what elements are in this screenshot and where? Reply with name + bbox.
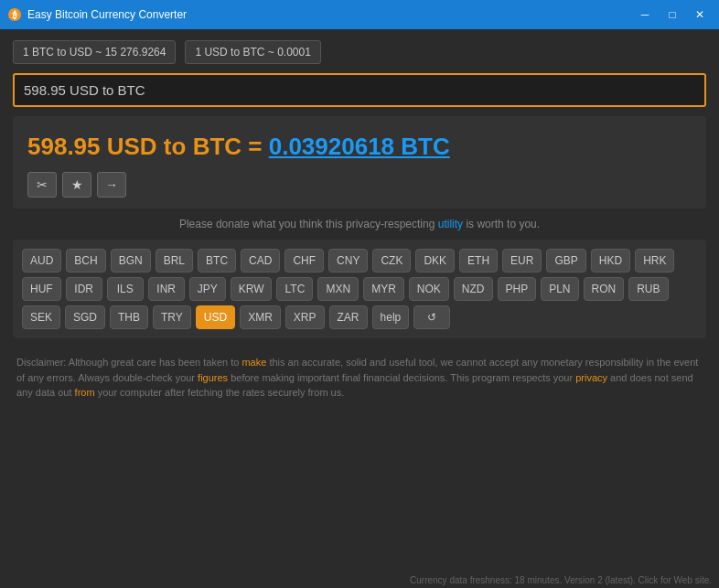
currency-btn-mxn[interactable]: MXN	[317, 277, 359, 301]
currency-btn-chf[interactable]: CHF	[284, 249, 324, 273]
donate-link[interactable]: utility	[438, 218, 463, 230]
titlebar: ₿ Easy Bitcoin Currency Converter ─ □ ✕	[0, 0, 719, 29]
currency-btn-nok[interactable]: NOK	[409, 277, 449, 301]
currency-btn-myr[interactable]: MYR	[363, 277, 404, 301]
rate-pill-btc-usd[interactable]: 1 BTC to USD ~ 15 276.9264	[13, 40, 176, 64]
result-panel: 598.95 USD to BTC = 0.03920618 BTC ✂ ★ →	[13, 116, 706, 208]
currency-btn-php[interactable]: PHP	[498, 277, 537, 301]
currency-btn-gbp[interactable]: GBP	[546, 249, 585, 273]
result-input-part: 598.95 USD to BTC	[27, 133, 241, 160]
currency-btn-xmr[interactable]: XMR	[240, 305, 281, 329]
currency-btn-nzd[interactable]: NZD	[454, 277, 493, 301]
currency-btn-bgn[interactable]: BGN	[111, 249, 151, 273]
currency-btn-krw[interactable]: KRW	[231, 277, 273, 301]
currency-btn-inr[interactable]: INR	[148, 277, 185, 301]
currency-btn-usd[interactable]: USD	[196, 305, 235, 329]
currency-panel: AUDBCHBGNBRLBTCCADCHFCNYCZKDKKETHEURGBPH…	[13, 240, 706, 338]
disclaimer-link-figures[interactable]: figures	[198, 372, 228, 383]
currency-btn-xrp[interactable]: XRP	[285, 305, 325, 329]
maximize-button[interactable]: □	[660, 5, 684, 24]
currency-btn-btc[interactable]: BTC	[198, 249, 236, 273]
currency-btn-ltc[interactable]: LTC	[276, 277, 313, 301]
currency-btn-ron[interactable]: RON	[584, 277, 625, 301]
disclaimer: Disclaimer: Although great care has been…	[13, 347, 706, 404]
currency-btn-hrk[interactable]: HRK	[635, 249, 674, 273]
currency-btn-rub[interactable]: RUB	[628, 277, 668, 301]
currency-btn-czk[interactable]: CZK	[372, 249, 411, 273]
cut-button[interactable]: ✂	[27, 172, 57, 198]
currency-btn-help[interactable]: help	[372, 305, 410, 329]
rate-row: 1 BTC to USD ~ 15 276.9264 1 USD to BTC …	[13, 40, 706, 64]
currency-btn-eur[interactable]: EUR	[502, 249, 542, 273]
close-button[interactable]: ✕	[688, 5, 712, 24]
currency-btn-brl[interactable]: BRL	[156, 249, 193, 273]
currency-btn-zar[interactable]: ZAR	[329, 305, 368, 329]
currency-btn-↺[interactable]: ↺	[413, 305, 450, 329]
currency-btn-huf[interactable]: HUF	[22, 277, 61, 301]
currency-btn-bch[interactable]: BCH	[66, 249, 105, 273]
rate-pill-usd-btc[interactable]: 1 USD to BTC ~ 0.0001	[185, 40, 320, 64]
currency-btn-idr[interactable]: IDR	[66, 277, 102, 301]
disclaimer-link-from[interactable]: from	[75, 387, 95, 398]
svg-text:₿: ₿	[12, 10, 17, 20]
currency-btn-dkk[interactable]: DKK	[415, 249, 455, 273]
currency-btn-aud[interactable]: AUD	[22, 249, 61, 273]
star-button[interactable]: ★	[62, 172, 91, 198]
conversion-input[interactable]	[13, 73, 706, 107]
donate-before: Please donate what you think this privac…	[179, 218, 438, 230]
donate-text: Please donate what you think this privac…	[13, 218, 706, 230]
arrow-button[interactable]: →	[97, 172, 126, 198]
main-content: 1 BTC to USD ~ 15 276.9264 1 USD to BTC …	[0, 29, 719, 415]
result-output-part: 0.03920618 BTC	[269, 133, 450, 160]
currency-btn-try[interactable]: TRY	[153, 305, 191, 329]
titlebar-left: ₿ Easy Bitcoin Currency Converter	[7, 7, 187, 22]
minimize-button[interactable]: ─	[633, 5, 657, 24]
result-text: 598.95 USD to BTC = 0.03920618 BTC	[27, 133, 692, 161]
currency-btn-sek[interactable]: SEK	[22, 305, 60, 329]
statusbar[interactable]: Currency data freshness: 18 minutes. Ver…	[402, 572, 719, 588]
titlebar-title: Easy Bitcoin Currency Converter	[27, 8, 187, 21]
currency-btn-ils[interactable]: ILS	[107, 277, 144, 301]
currency-btn-cny[interactable]: CNY	[328, 249, 368, 273]
disclaimer-text: Disclaimer: Although great care has been…	[16, 357, 698, 398]
currency-btn-thb[interactable]: THB	[110, 305, 148, 329]
app-icon: ₿	[7, 7, 22, 22]
disclaimer-link-make[interactable]: make	[241, 357, 266, 368]
currency-btn-sgd[interactable]: SGD	[65, 305, 105, 329]
currency-btn-eth[interactable]: ETH	[459, 249, 498, 273]
titlebar-controls: ─ □ ✕	[633, 5, 712, 24]
result-equals: =	[241, 133, 269, 160]
currency-btn-cad[interactable]: CAD	[241, 249, 280, 273]
currency-btn-pln[interactable]: PLN	[541, 277, 578, 301]
disclaimer-link-privacy[interactable]: privacy	[575, 372, 607, 383]
currency-grid: AUDBCHBGNBRLBTCCADCHFCNYCZKDKKETHEURGBPH…	[22, 249, 697, 329]
currency-btn-hkd[interactable]: HKD	[591, 249, 630, 273]
currency-btn-jpy[interactable]: JPY	[189, 277, 226, 301]
donate-after: is worth to you.	[463, 218, 540, 230]
action-row: ✂ ★ →	[27, 172, 692, 198]
